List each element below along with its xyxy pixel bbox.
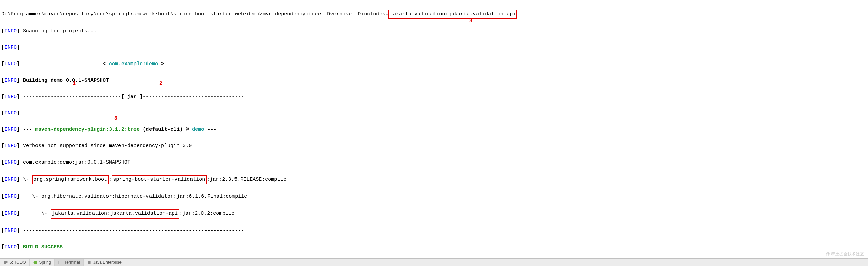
command: mvn dependency:tree -Dverbose -Dincludes… [262, 11, 388, 17]
tree-branch: \- [20, 211, 51, 216]
artifact-id-box: spring-boot-starter-validation [112, 175, 207, 184]
log-line: [INFO] --------------------------< com.e… [1, 60, 867, 68]
annotation-1: 1 [73, 80, 76, 88]
dependency-box: jakarta.validation:jakarta.validation-ap… [51, 209, 179, 219]
java-enterprise-label: Java Enterprise [93, 259, 122, 266]
version-scope: :jar:2.0.2:compile [179, 211, 234, 216]
terminal-label: Terminal [64, 259, 80, 266]
plugin-sep: --- [204, 127, 216, 132]
info-label: INFO [4, 94, 17, 100]
terminal-tab[interactable]: Terminal [55, 259, 83, 266]
colon: : [109, 177, 112, 182]
verbose-warning: Verbose not supported since maven-depend… [20, 143, 192, 149]
building-text: Building demo 0.0.1-SNAPSHOT [23, 78, 109, 83]
spring-label: Spring [39, 259, 51, 266]
root-artifact: com.example:demo:jar:0.0.1-SNAPSHOT [20, 159, 130, 165]
plugin-name: maven-dependency-plugin:3.1.2:tree [35, 127, 140, 132]
svg-rect-2 [4, 263, 6, 264]
info-label: INFO [4, 78, 17, 83]
plugin-mid: (default-cli) @ [140, 127, 192, 132]
jar-separator: --------------------------------[ jar ]-… [20, 94, 244, 100]
version-scope: :jar:2.3.5.RELEASE:compile [207, 177, 286, 182]
status-bar: 6: TODO Spring Terminal Java Enterprise [0, 258, 868, 266]
log-line: [INFO] ---------------------------------… [1, 227, 867, 235]
svg-rect-0 [4, 261, 8, 262]
log-line: [INFO] \- jakarta.validation:jakarta.val… [1, 209, 867, 219]
tree-dependency: \- org.hibernate.validator:hibernate-val… [20, 194, 247, 199]
build-success: BUILD SUCCESS [20, 244, 63, 250]
info-label: INFO [4, 143, 17, 149]
separator: --------------------------< [20, 61, 109, 67]
svg-rect-4 [58, 261, 62, 264]
log-line: [INFO] [1, 44, 867, 52]
annotation-3-bottom: 3 [114, 114, 117, 123]
info-label: INFO [4, 211, 17, 216]
spring-icon [33, 260, 38, 265]
log-line: [INFO] \- org.hibernate.validator:hibern… [1, 193, 867, 201]
todo-label: 6: TODO [10, 259, 26, 266]
log-line: [INFO] Scanning for projects... [1, 27, 867, 36]
info-label: INFO [4, 244, 17, 250]
log-line: [INFO] com.example:demo:jar:0.0.1-SNAPSH… [1, 158, 867, 167]
annotation-3-top: 3 [469, 17, 472, 25]
log-line: [INFO] --- maven-dependency-plugin:3.1.2… [1, 126, 867, 134]
prompt-line: D:\Programmer\maven\repository\org\sprin… [1, 10, 867, 19]
info-label: INFO [4, 194, 17, 199]
spring-tab[interactable]: Spring [30, 259, 55, 266]
info-label: INFO [4, 159, 17, 165]
annotation-2: 2 [159, 80, 162, 88]
includes-argument-box: jakarta.validation:jakarta.validation-ap… [388, 10, 517, 19]
log-line: [INFO] Verbose not supported since maven… [1, 142, 867, 150]
svg-rect-5 [88, 261, 90, 264]
project-coords: com.example:demo [109, 61, 158, 67]
terminal-output: D:\Programmer\maven\repository\org\sprin… [0, 0, 868, 266]
svg-point-3 [33, 261, 37, 264]
plugin-project: demo [192, 127, 204, 132]
java-enterprise-tab[interactable]: Java Enterprise [84, 259, 125, 266]
watermark: @ 稀土掘金技术社区 [826, 251, 864, 257]
plugin-sep: --- [20, 127, 35, 132]
info-label: INFO [4, 177, 17, 182]
todo-tab[interactable]: 6: TODO [0, 259, 30, 266]
scanning-text: Scanning for projects... [23, 28, 97, 34]
group-id-box: org.springframework.boot [32, 175, 109, 184]
svg-rect-1 [4, 262, 8, 263]
info-label: INFO [4, 127, 17, 132]
log-line: [INFO] BUILD SUCCESS [1, 243, 867, 251]
prompt-path: D:\Programmer\maven\repository\org\sprin… [1, 11, 262, 17]
info-label: INFO [4, 28, 17, 34]
log-line: [INFO] --------------------------------[… [1, 93, 867, 101]
todo-icon [3, 260, 8, 265]
java-enterprise-icon [87, 260, 91, 265]
separator: >-------------------------- [158, 61, 244, 67]
separator: ----------------------------------------… [20, 228, 244, 234]
tree-branch: \- [20, 177, 32, 182]
info-label: INFO [4, 61, 17, 67]
log-line: [INFO] Building demo 0.0.1-SNAPSHOT [1, 76, 867, 85]
info-label: INFO [4, 110, 17, 116]
terminal-icon [58, 260, 62, 265]
info-label: INFO [4, 45, 17, 51]
log-line: [INFO] [1, 109, 867, 117]
log-line: [INFO] \- org.springframework.boot:sprin… [1, 175, 867, 184]
info-label: INFO [4, 228, 17, 234]
